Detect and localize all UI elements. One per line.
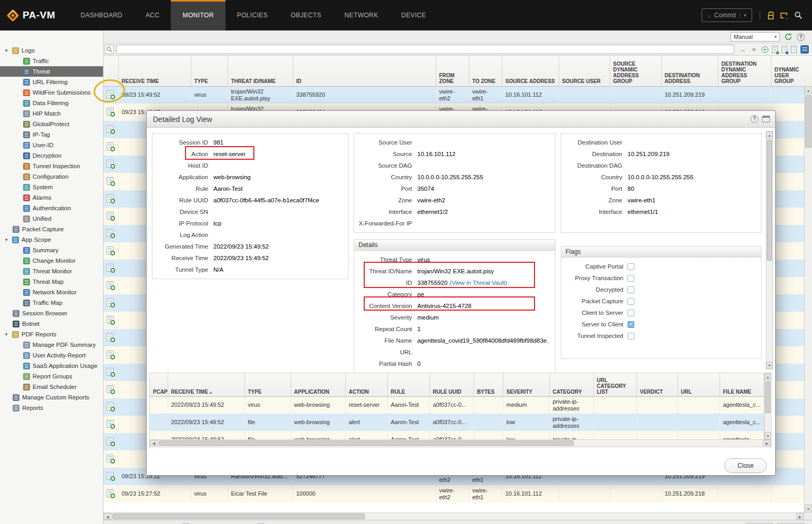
sidebar-item[interactable]: ▾ Authentication	[0, 203, 103, 213]
detailed-log-view-icon[interactable]	[107, 385, 114, 393]
detailed-log-view-icon[interactable]	[107, 246, 114, 254]
column-header[interactable]: URL CATEGORY LIST▴	[593, 373, 636, 396]
related-log-row[interactable]: 2022/09/23 15:49:52 virus web-browsing r…	[150, 396, 764, 414]
sidebar-item[interactable]: ▾ User-ID	[0, 140, 103, 150]
scrollbar-thumb[interactable]	[805, 95, 811, 148]
cell-to-zone[interactable]: vwire-eth1	[469, 485, 502, 502]
column-header[interactable]: VERDICT▴	[636, 373, 677, 396]
column-header[interactable]: SOURCE ADDRESS▴	[502, 56, 559, 86]
flag-checkbox[interactable]	[628, 275, 634, 282]
detailed-log-view-icon[interactable]	[107, 455, 114, 463]
sidebar-item[interactable]: ▾ SaaS Application Usage	[0, 361, 103, 371]
table-horizontal-scrollbar[interactable]: ◀ ▶	[104, 512, 804, 520]
related-logs-horizontal-scrollbar[interactable]: ◀ ▶	[149, 440, 772, 447]
column-header[interactable]: SOURCE DYNAMIC ADDRESS GROUP▴	[610, 56, 661, 86]
sidebar-item[interactable]: ▾ Alarms	[0, 192, 103, 203]
load-filter-icon[interactable]	[782, 46, 787, 53]
add-filter-icon[interactable]: +	[762, 46, 768, 53]
modal-help-icon[interactable]: ?	[751, 115, 758, 123]
sidebar-item[interactable]: ▾ System	[0, 182, 103, 192]
tree-expand-icon[interactable]: ▾	[3, 332, 9, 337]
flag-checkbox[interactable]	[628, 263, 634, 270]
modal-vertical-scrollbar[interactable]: ▲ ▼	[766, 131, 773, 369]
sidebar-item[interactable]: ▾ Manage PDF Summary	[0, 340, 103, 350]
sidebar-item[interactable]: ▾ WildFire Submissions	[0, 87, 103, 98]
detailed-log-view-icon[interactable]	[107, 229, 114, 237]
nav-tab[interactable]: MONITOR	[171, 0, 225, 30]
sidebar-item[interactable]: ▾ Unified	[0, 213, 103, 224]
nav-tab[interactable]: ACC	[134, 0, 171, 30]
scroll-up-icon[interactable]: ▲	[766, 131, 773, 139]
sidebar-item[interactable]: ▾ User Activity Report	[0, 350, 103, 361]
detailed-log-view-icon[interactable]	[107, 351, 114, 358]
sidebar-item[interactable]: ▾ Summary	[0, 245, 103, 255]
sidebar-item[interactable]: ▾ Network Monitor	[0, 287, 103, 297]
detailed-log-view-icon[interactable]	[107, 160, 114, 168]
sidebar-item[interactable]: ▾ Threat	[0, 66, 103, 77]
cell-to-zone[interactable]: vwire-eth1	[469, 86, 502, 104]
cell-threat-name[interactable]: trojan/Win32 EXE.autoit.pisy	[228, 86, 293, 104]
column-header[interactable]: FROM ZONE▴	[436, 56, 469, 86]
flag-checkbox[interactable]	[628, 321, 634, 328]
nav-tab[interactable]: NETWORK	[333, 0, 389, 30]
scroll-down-icon[interactable]: ▼	[766, 362, 773, 369]
scroll-up-icon[interactable]: ▲	[805, 86, 812, 94]
tree-expand-icon[interactable]: ▾	[3, 48, 9, 53]
apply-filter-icon[interactable]: →	[738, 46, 746, 54]
column-header[interactable]: DESTINATION ADDRESS▴	[661, 56, 718, 86]
scrollbar-thumb[interactable]	[159, 440, 574, 446]
refresh-icon[interactable]	[784, 33, 793, 41]
detailed-log-view-icon[interactable]	[107, 333, 114, 341]
sidebar-item[interactable]: ▾ Change Monitor	[0, 255, 103, 266]
sidebar-item[interactable]: ▾ Decryption	[0, 150, 103, 161]
cell-source-address[interactable]: 10.16.101.112	[502, 86, 559, 104]
sidebar-item[interactable]: ▾ HIP Match	[0, 108, 103, 119]
detailed-log-view-icon[interactable]	[107, 316, 114, 324]
cell-destination-address[interactable]: 10.251.209.218	[661, 485, 718, 502]
detailed-log-view-icon[interactable]	[107, 437, 114, 445]
column-header[interactable]: SEVERITY▴	[503, 373, 549, 396]
detailed-log-view-icon[interactable]	[107, 142, 114, 150]
column-header[interactable]: DYNAMIC USER GROUP▴	[771, 56, 812, 86]
sidebar-item[interactable]: ▾ GlobalProtect	[0, 119, 103, 129]
detailed-log-view-icon[interactable]	[107, 368, 114, 376]
column-header[interactable]: PCAP▴	[150, 373, 168, 396]
sidebar-item[interactable]: ▾ App Scope	[0, 234, 103, 245]
cell-from-zone[interactable]: vwire-eth2	[436, 485, 469, 502]
flag-checkbox[interactable]	[628, 333, 634, 340]
cell-receive-time[interactable]: 09/23 15:49:52	[118, 86, 191, 104]
sidebar-item[interactable]: ▾ Traffic	[0, 56, 103, 66]
log-filter-input[interactable]	[116, 45, 734, 54]
column-header[interactable]: TYPE▴	[191, 56, 228, 86]
sidebar-item[interactable]: ▾ Traffic Map	[0, 297, 103, 308]
detailed-log-view-icon[interactable]	[107, 299, 114, 306]
column-header[interactable]: RULE UUID▴	[429, 373, 474, 396]
sidebar-item[interactable]: ▾ Manage Custom Reports	[0, 392, 103, 403]
cell-threat-id[interactable]: 338755920	[293, 86, 436, 104]
column-header[interactable]: ▴	[104, 56, 118, 86]
sidebar-item[interactable]: ▾ Tunnel Inspection	[0, 161, 103, 171]
config-export-icon[interactable]	[780, 13, 787, 18]
cell-destination-address[interactable]: 10.251.209.219	[661, 86, 718, 104]
detailed-log-view-icon[interactable]	[107, 472, 114, 480]
sidebar-item[interactable]: ▾ URL Filtering	[0, 77, 103, 87]
scroll-left-icon[interactable]: ◀	[150, 440, 158, 446]
detailed-log-view-icon[interactable]	[107, 264, 114, 272]
log-row[interactable]: 09/23 15:49:52 virus trojan/Win32 EXE.au…	[104, 86, 812, 104]
scroll-down-icon[interactable]: ▼	[805, 505, 812, 512]
global-search-icon[interactable]	[794, 11, 803, 19]
scroll-right-icon[interactable]: ▶	[763, 440, 771, 446]
flag-checkbox[interactable]	[628, 298, 634, 305]
cell-receive-time[interactable]: 09/23 15:27:52	[118, 485, 191, 502]
column-header[interactable]: CATEGORY▴	[549, 373, 593, 396]
sidebar-item[interactable]: ▾ Logs	[0, 45, 103, 56]
scrollbar-thumb[interactable]	[767, 140, 772, 261]
cell-from-zone[interactable]: vwire-eth2	[436, 86, 469, 104]
column-header[interactable]: TYPE▴	[244, 373, 291, 396]
close-button[interactable]: Close	[724, 458, 767, 473]
sidebar-item[interactable]: ▾ Packet Capture	[0, 224, 103, 234]
save-filter-icon[interactable]	[772, 46, 778, 53]
sidebar-item[interactable]: ▾ Botnet	[0, 318, 103, 329]
modal-window-icon[interactable]	[762, 116, 770, 122]
column-header[interactable]: DESTINATION DYNAMIC ADDRESS GROUP▴	[718, 56, 771, 86]
